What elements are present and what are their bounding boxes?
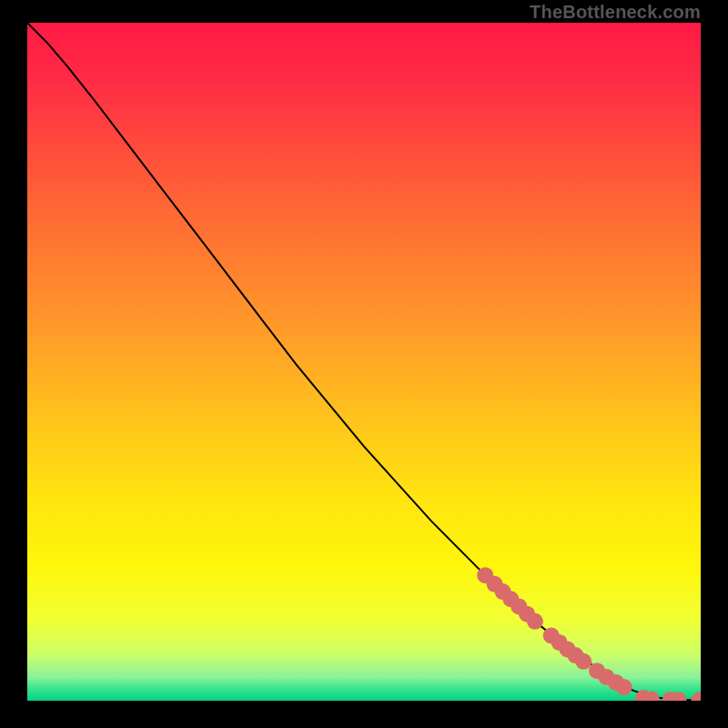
plot-area (27, 23, 701, 701)
gradient-background (27, 23, 701, 701)
data-marker (527, 613, 543, 630)
data-marker (616, 679, 632, 695)
plot-svg (27, 23, 701, 701)
data-marker (575, 653, 592, 670)
watermark-text: TheBottleneck.com (530, 2, 701, 23)
chart-canvas: TheBottleneck.com (0, 0, 728, 728)
